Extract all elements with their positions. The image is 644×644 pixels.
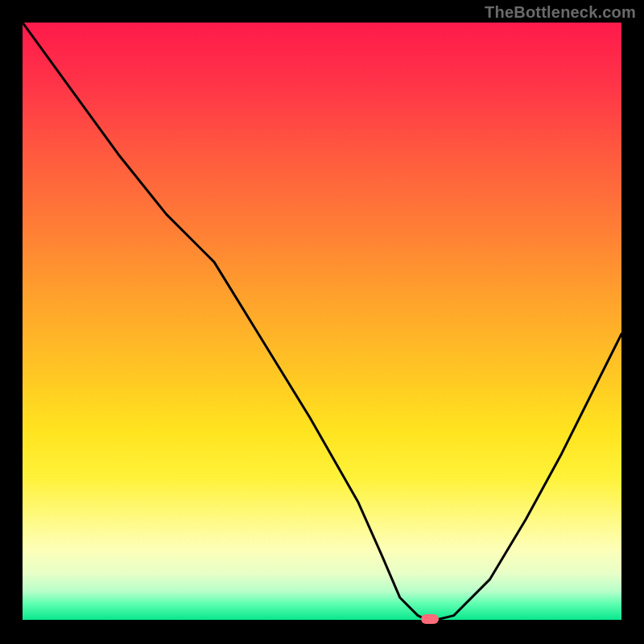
minimum-marker: [421, 614, 439, 624]
bottleneck-curve-path: [23, 23, 621, 621]
x-axis-baseline: [23, 620, 621, 621]
watermark-text: TheBottleneck.com: [485, 3, 636, 22]
plot-area: [23, 23, 621, 621]
curve-svg: [23, 23, 621, 621]
chart-frame: TheBottleneck.com: [0, 0, 644, 644]
